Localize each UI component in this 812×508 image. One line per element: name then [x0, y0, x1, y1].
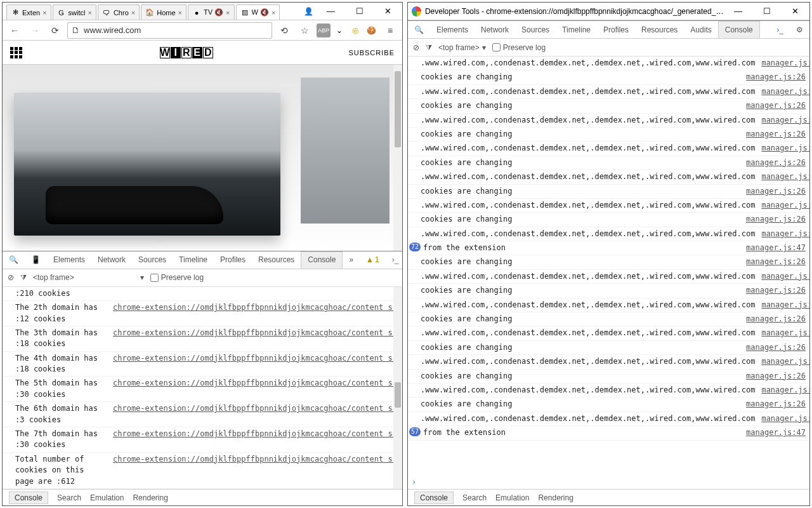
- menu-grid-icon[interactable]: [10, 47, 24, 58]
- console-source-link[interactable]: manager.js:26: [740, 72, 806, 83]
- warnings-badge[interactable]: ▲1: [360, 251, 386, 269]
- show-console-icon[interactable]: ›_: [770, 21, 790, 38]
- devtools-tab-profiles[interactable]: Profiles: [214, 251, 252, 269]
- console-source-link[interactable]: chrome-extension://omdjklfbppffbpnnikdjo…: [107, 454, 398, 487]
- tab-close-icon[interactable]: ×: [131, 9, 135, 17]
- console-source-link[interactable]: manager.js:42: [755, 171, 809, 182]
- tab-close-icon[interactable]: ×: [43, 9, 46, 17]
- console-source-link[interactable]: manager.js:42: [755, 413, 809, 424]
- console-source-link[interactable]: manager.js:42: [755, 86, 809, 97]
- console-prompt[interactable]: ›: [408, 475, 809, 489]
- console-source-link[interactable]: manager.js:42: [755, 385, 809, 396]
- console-source-link[interactable]: chrome-extension://omdjklfbppffbpnnikdjo…: [107, 403, 398, 425]
- devtools-tab-network[interactable]: Network: [475, 21, 515, 38]
- console-source-link[interactable]: manager.js:42: [755, 115, 809, 126]
- frame-select[interactable]: <top frame> ▾: [438, 43, 486, 52]
- tab-close-icon[interactable]: ×: [226, 9, 230, 17]
- devtools-tab-timeline[interactable]: Timeline: [556, 21, 597, 38]
- devtools-tab-elements[interactable]: Elements: [47, 251, 91, 269]
- browser-tab[interactable]: ▨W 🔇×: [236, 4, 280, 20]
- console-source-link[interactable]: manager.js:26: [740, 342, 806, 353]
- devtools-tab-sources[interactable]: Sources: [515, 21, 556, 38]
- devtools-tab-console[interactable]: Console: [718, 21, 760, 38]
- drawer-tab-emulation[interactable]: Emulation: [90, 493, 124, 502]
- close-button[interactable]: ✕: [781, 3, 809, 20]
- url-input[interactable]: 🗋 www.wired.com: [67, 22, 272, 39]
- minimize-button[interactable]: —: [317, 3, 345, 20]
- devtools-tab-network[interactable]: Network: [91, 251, 132, 269]
- devtools-tab-audits[interactable]: Audits: [684, 21, 717, 38]
- show-console-icon[interactable]: ›_: [386, 251, 402, 269]
- console-source-link[interactable]: manager.js:47: [740, 427, 806, 438]
- devtools-tab-timeline[interactable]: Timeline: [173, 251, 214, 269]
- drawer-tab-rendering[interactable]: Rendering: [538, 493, 573, 502]
- filter-icon[interactable]: ⧩: [20, 273, 27, 282]
- close-button[interactable]: ✕: [374, 3, 402, 20]
- drawer-tab-search[interactable]: Search: [462, 493, 487, 502]
- console-output[interactable]: .www.wired.com,.condenast.demdex.net,.de…: [408, 57, 809, 475]
- console-source-link[interactable]: manager.js:42: [755, 328, 809, 338]
- drawer-tab-console[interactable]: Console: [414, 491, 454, 504]
- console-source-link[interactable]: manager.js:47: [740, 243, 806, 253]
- coin-icon[interactable]: ◎: [348, 23, 362, 37]
- console-source-link[interactable]: chrome-extension://omdjklfbppffbpnnikdjo…: [107, 378, 398, 400]
- console-source-link[interactable]: manager.js:42: [755, 271, 809, 282]
- console-source-link[interactable]: chrome-extension://omdjklfbppffbpnnikdjo…: [107, 302, 398, 324]
- devtools-tab-profiles[interactable]: Profiles: [597, 21, 635, 38]
- devtools-tab-console[interactable]: Console: [301, 251, 343, 269]
- pocket-icon[interactable]: ⌄: [332, 23, 346, 37]
- page-scrollbar[interactable]: [393, 65, 402, 251]
- console-source-link[interactable]: manager.js:42: [755, 200, 809, 211]
- console-source-link[interactable]: manager.js:26: [740, 257, 806, 267]
- console-source-link[interactable]: manager.js:26: [740, 129, 806, 140]
- history-icon[interactable]: ⟲: [276, 22, 292, 39]
- console-source-link[interactable]: manager.js:26: [740, 100, 806, 111]
- console-source-link[interactable]: manager.js:42: [755, 356, 809, 367]
- maximize-button[interactable]: ☐: [752, 3, 781, 20]
- console-source-link[interactable]: manager.js:26: [740, 157, 806, 168]
- console-source-link[interactable]: manager.js:26: [740, 314, 806, 324]
- console-source-link[interactable]: chrome-extension://omdjklfbppffbpnnikdjo…: [107, 353, 398, 375]
- browser-tab[interactable]: ●TV 🔇×: [188, 4, 235, 20]
- reload-button[interactable]: ⟳: [47, 22, 63, 39]
- back-button[interactable]: ←: [6, 22, 23, 39]
- drawer-tab-search[interactable]: Search: [57, 493, 81, 502]
- drawer-tab-console[interactable]: Console: [9, 491, 48, 504]
- console-source-link[interactable]: manager.js:26: [740, 399, 806, 410]
- tabs-overflow[interactable]: »: [343, 251, 360, 269]
- browser-tab[interactable]: 🗨Chro×: [98, 4, 140, 20]
- bookmark-star-icon[interactable]: ☆: [296, 22, 313, 39]
- abp-icon[interactable]: ABP: [317, 23, 331, 37]
- devtools-tab-resources[interactable]: Resources: [252, 251, 301, 269]
- tab-close-icon[interactable]: ×: [178, 9, 182, 17]
- browser-tab[interactable]: 🏠Home×: [141, 4, 187, 20]
- console-scrollbar[interactable]: [393, 287, 402, 489]
- minimize-button[interactable]: —: [724, 3, 752, 20]
- console-source-link[interactable]: manager.js:42: [755, 229, 809, 239]
- clear-console-icon[interactable]: ⊘: [8, 273, 14, 282]
- console-source-link[interactable]: manager.js:26: [740, 371, 806, 382]
- menu-icon[interactable]: ≡: [382, 22, 398, 39]
- console-source-link[interactable]: manager.js:26: [740, 214, 806, 225]
- frame-select[interactable]: <top frame> ▾: [33, 273, 144, 282]
- maximize-button[interactable]: ☐: [345, 3, 374, 20]
- console-source-link[interactable]: manager.js:26: [740, 186, 806, 197]
- cookie-icon[interactable]: 🍪: [364, 23, 378, 37]
- console-source-link[interactable]: manager.js:26: [740, 285, 806, 296]
- device-icon[interactable]: 📱: [25, 251, 47, 269]
- inspect-icon[interactable]: 🔍: [408, 21, 430, 38]
- console-output[interactable]: :210 cookiesThe 2th domain has :12 cooki…: [3, 287, 402, 489]
- filter-icon[interactable]: ⧩: [426, 43, 432, 52]
- console-source-link[interactable]: manager.js:42: [755, 58, 809, 69]
- devtools-tab-resources[interactable]: Resources: [635, 21, 684, 38]
- tab-close-icon[interactable]: ×: [88, 9, 91, 17]
- settings-gear-icon[interactable]: ⚙: [790, 21, 809, 38]
- preserve-log-checkbox[interactable]: Preserve log: [150, 273, 204, 282]
- console-source-link[interactable]: chrome-extension://omdjklfbppffbpnnikdjo…: [107, 328, 398, 350]
- account-icon[interactable]: 👤: [300, 3, 317, 20]
- subscribe-link[interactable]: SUBSCRIBE: [348, 49, 395, 57]
- forward-button[interactable]: →: [27, 22, 43, 39]
- drawer-tab-rendering[interactable]: Rendering: [133, 493, 167, 502]
- console-source-link[interactable]: manager.js:42: [755, 143, 809, 154]
- console-source-link[interactable]: manager.js:42: [755, 300, 809, 311]
